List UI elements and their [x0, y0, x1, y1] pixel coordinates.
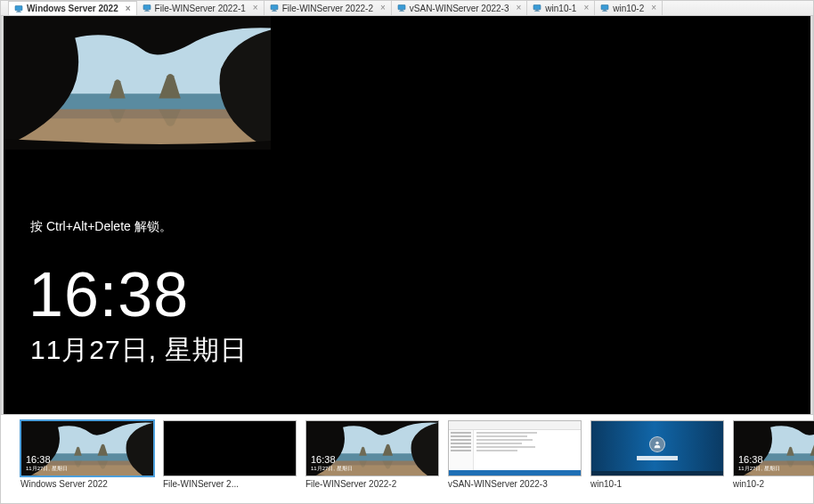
thumbnail-win10-1[interactable]: win10-1: [590, 420, 724, 489]
close-icon[interactable]: ×: [253, 4, 258, 12]
thumbnail-time: 16:38: [738, 455, 763, 465]
monitor-icon: [142, 4, 151, 12]
thumbnail-label: win10-2: [733, 479, 814, 489]
thumbnail-file-winserver-2022-1[interactable]: File-WINServer 2...: [163, 420, 297, 489]
lock-screen-wallpaper: [4, 16, 271, 150]
tab-label: File-WINServer 2022-2: [282, 4, 373, 13]
thumbnail-windows-server-2022[interactable]: 16:38 11月27日, 星期日 Windows Server 2022: [20, 420, 154, 489]
monitor-icon: [14, 5, 23, 12]
monitor-icon: [533, 4, 541, 12]
tab-win10-2[interactable]: win10-2 ×: [595, 1, 663, 15]
vm-console-window: Windows Server 2022 × File-WINServer 202…: [0, 0, 814, 504]
thumbnail-win10-2[interactable]: 16:38 11月27日, 星期日 win10-2: [733, 420, 814, 489]
thumbnail-date: 11月27日, 星期日: [311, 465, 353, 473]
thumbnail-file-winserver-2022-2[interactable]: 16:38 11月27日, 星期日 File-WINServer 2022-2: [305, 420, 439, 489]
avatar-icon: [649, 436, 665, 452]
thumbnail-label: win10-1: [590, 479, 724, 489]
monitor-icon: [600, 4, 609, 12]
tab-file-winserver-2022-2[interactable]: File-WINServer 2022-2 ×: [265, 1, 392, 15]
thumbnail-vsan-winserver-2022-3[interactable]: vSAN-WINServer 2022-3: [448, 420, 582, 489]
thumbnail-time: 16:38: [311, 455, 336, 465]
tab-label: File-WINServer 2022-1: [155, 4, 246, 13]
thumbnail-date: 11月27日, 星期日: [738, 465, 780, 473]
thumbnail-preview: [590, 420, 724, 476]
thumbnail-date: 11月27日, 星期日: [26, 465, 68, 473]
thumbnail-preview: [448, 420, 582, 476]
close-icon[interactable]: ×: [126, 4, 131, 13]
tab-win10-1[interactable]: win10-1 ×: [527, 1, 595, 15]
close-icon[interactable]: ×: [651, 4, 656, 12]
close-icon[interactable]: ×: [583, 4, 589, 12]
thumbnail-label: Windows Server 2022: [20, 479, 154, 489]
lock-screen-date: 11月27日, 星期日: [30, 332, 248, 369]
thumbnail-strip: 16:38 11月27日, 星期日 Windows Server 2022 Fi…: [1, 414, 813, 503]
vm-display[interactable]: 按 Ctrl+Alt+Delete 解锁。 16:38 11月27日, 星期日: [1, 16, 813, 414]
tab-file-winserver-2022-1[interactable]: File-WINServer 2022-1 ×: [137, 1, 265, 15]
lock-screen-time: 16:38: [28, 264, 189, 326]
tab-label: win10-2: [613, 4, 644, 13]
thumbnail-label: File-WINServer 2...: [163, 479, 297, 489]
thumbnail-preview: [163, 420, 297, 476]
thumbnail-label: File-WINServer 2022-2: [305, 479, 439, 489]
thumbnail-label: vSAN-WINServer 2022-3: [448, 479, 582, 489]
monitor-icon: [270, 4, 279, 12]
thumbnail-time: 16:38: [26, 455, 51, 465]
unlock-prompt: 按 Ctrl+Alt+Delete 解锁。: [30, 219, 172, 235]
tab-windows-server-2022[interactable]: Windows Server 2022 ×: [8, 1, 137, 15]
monitor-icon: [397, 4, 406, 12]
tab-label: Windows Server 2022: [27, 4, 118, 13]
tab-vsan-winserver-2022-3[interactable]: vSAN-WINServer 2022-3 ×: [392, 1, 528, 15]
tab-strip: Windows Server 2022 × File-WINServer 202…: [1, 1, 813, 16]
close-icon[interactable]: ×: [517, 4, 522, 12]
tab-label: win10-1: [545, 4, 576, 13]
tab-label: vSAN-WINServer 2022-3: [410, 4, 509, 13]
close-icon[interactable]: ×: [380, 4, 386, 12]
